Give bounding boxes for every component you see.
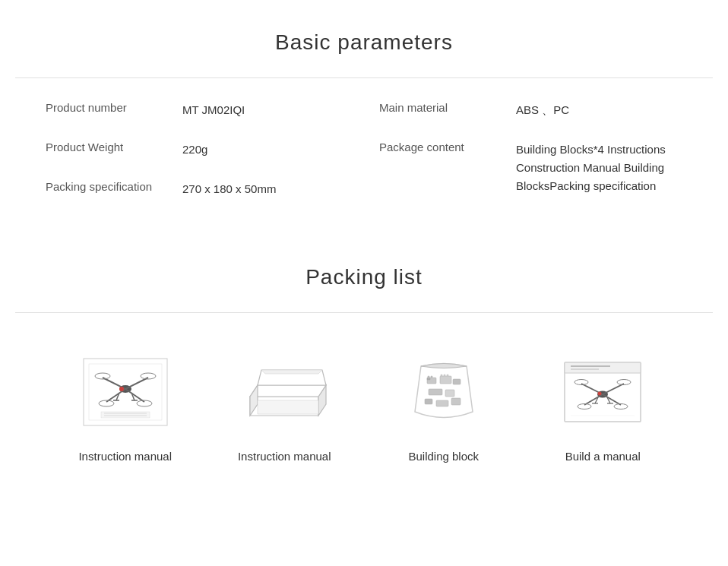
- svg-marker-23: [258, 400, 318, 414]
- basic-params-title: Basic parameters: [0, 0, 728, 77]
- main-material-label: Main material: [379, 101, 516, 114]
- product-weight-value: 220g: [182, 141, 207, 159]
- params-container: Product number MT JM02IQI Product Weight…: [0, 78, 728, 250]
- svg-point-18: [119, 387, 124, 391]
- product-number-label: Product number: [46, 101, 182, 114]
- packing-spec-value: 270 x 180 x 50mm: [182, 180, 276, 198]
- packing-item-4: Build a manual: [534, 351, 671, 463]
- build-manual-icon: [557, 355, 648, 431]
- svg-rect-29: [453, 379, 461, 384]
- packing-list-title: Packing list: [0, 250, 728, 312]
- packing-item-3: Building block: [375, 351, 512, 463]
- svg-point-38: [443, 375, 445, 377]
- param-row-product-weight: Product Weight 220g: [46, 141, 349, 159]
- svg-point-35: [427, 376, 429, 378]
- param-row-packing-spec: Packing specification 270 x 180 x 50mm: [46, 180, 349, 198]
- svg-rect-41: [565, 362, 641, 373]
- svg-rect-28: [440, 376, 451, 384]
- packing-item-4-label: Build a manual: [565, 450, 641, 463]
- param-row-product-number: Product number MT JM02IQI: [46, 101, 349, 119]
- drone-box-icon: [80, 355, 171, 431]
- packing-item-3-image: [391, 351, 497, 435]
- packing-spec-label: Packing specification: [46, 180, 182, 193]
- packing-item-2: Instruction manual: [216, 351, 353, 463]
- svg-rect-30: [429, 389, 442, 395]
- page-container: Basic parameters Product number MT JM02I…: [0, 0, 728, 493]
- svg-rect-32: [425, 399, 432, 404]
- svg-rect-33: [436, 400, 448, 406]
- param-row-main-material: Main material ABS 、PC: [379, 101, 682, 119]
- param-row-package-content: Package content Building Blocks*4 Instru…: [379, 141, 682, 195]
- svg-point-36: [430, 376, 432, 378]
- product-number-value: MT JM02IQI: [182, 101, 245, 119]
- packing-item-1-label: Instruction manual: [78, 450, 172, 463]
- packing-item-2-image: [231, 351, 337, 435]
- box-tray-icon: [239, 355, 330, 431]
- params-left-column: Product number MT JM02IQI Product Weight…: [46, 101, 349, 220]
- svg-marker-25: [261, 370, 322, 374]
- svg-rect-31: [445, 390, 454, 397]
- product-weight-label: Product Weight: [46, 141, 182, 153]
- packing-item-1-image: [72, 351, 179, 435]
- packing-item-1: Instruction manual: [57, 351, 194, 463]
- packing-items-container: Instruction manual: [0, 313, 728, 493]
- svg-rect-15: [101, 412, 150, 418]
- svg-point-57: [598, 392, 602, 396]
- packing-item-3-label: Building block: [408, 450, 479, 463]
- packing-item-4-image: [549, 351, 656, 435]
- packing-item-2-label: Instruction manual: [238, 450, 331, 463]
- main-material-value: ABS 、PC: [516, 101, 569, 119]
- package-content-value: Building Blocks*4 Instructions Construct…: [516, 141, 682, 195]
- svg-point-39: [446, 375, 448, 377]
- svg-marker-21: [250, 385, 326, 397]
- svg-rect-34: [451, 398, 461, 405]
- params-right-column: Main material ABS 、PC Package content Bu…: [379, 101, 682, 220]
- building-blocks-icon: [398, 355, 489, 431]
- package-content-label: Package content: [379, 141, 516, 153]
- svg-point-37: [440, 375, 442, 377]
